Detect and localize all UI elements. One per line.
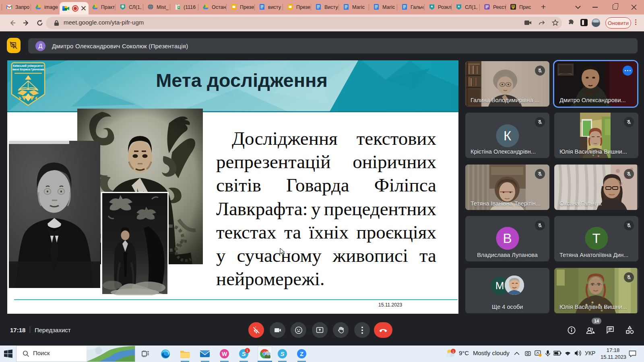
svg-text:Київський університет: Київський університет [13, 64, 44, 68]
svg-text:1: 1 [452, 350, 454, 354]
svg-text:імені Бориса Грінченка: імені Бориса Грінченка [12, 68, 44, 71]
